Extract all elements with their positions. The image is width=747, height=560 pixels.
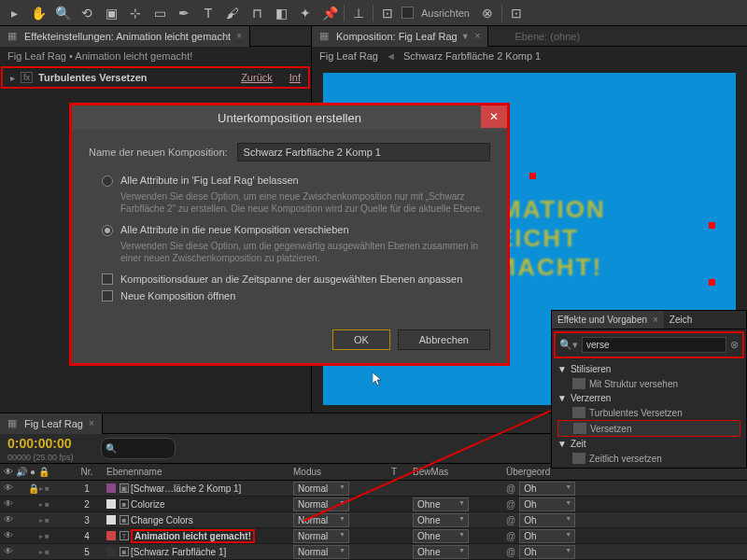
visibility-toggle[interactable]: 👁: [4, 483, 15, 494]
brush-tool-icon[interactable]: 🖌: [222, 3, 243, 23]
text-tool-icon[interactable]: T: [198, 3, 218, 23]
parent-dropdown[interactable]: Oh: [519, 497, 575, 511]
effects-item[interactable]: Versetzen: [557, 420, 740, 437]
layer-color-badge[interactable]: [106, 547, 116, 556]
rotate-tool-icon[interactable]: ⟲: [77, 3, 97, 23]
align-checkbox[interactable]: Ausrichten: [402, 7, 473, 19]
ok-button[interactable]: OK: [332, 329, 390, 350]
leave-attributes-radio[interactable]: Alle Attribute in 'Fig Leaf Rag' belasse…: [102, 175, 490, 187]
transform-handle[interactable]: [709, 279, 715, 286]
blend-mode-dropdown[interactable]: Normal: [293, 482, 349, 496]
visibility-toggle[interactable]: 👁: [4, 514, 15, 525]
fx-badge[interactable]: fx: [21, 72, 33, 83]
timecode-display[interactable]: 0:00:00:00: [0, 434, 93, 453]
effects-item[interactable]: Turbulentes Versetzen: [557, 405, 740, 420]
effects-presets-tab[interactable]: Effekte und Vorgaben ×: [552, 311, 664, 329]
layer-color-badge[interactable]: [106, 483, 116, 493]
blend-mode-dropdown[interactable]: Normal: [293, 545, 349, 559]
layer-color-badge[interactable]: [106, 515, 116, 525]
visibility-toggle[interactable]: 👁: [4, 530, 15, 541]
effect-controls-tab[interactable]: ▦ Effekteinstellungen: Animation leicht …: [0, 26, 250, 47]
camera-tool-icon[interactable]: ▣: [101, 3, 121, 23]
effects-item[interactable]: Mit Struktur versehen: [557, 376, 740, 391]
composition-name-input[interactable]: [237, 143, 490, 161]
blend-mode-dropdown[interactable]: Normal: [293, 529, 349, 543]
close-icon[interactable]: ×: [653, 315, 658, 325]
layer-name[interactable]: ▣ [Schwar…läche 2 Komp 1]: [101, 483, 288, 494]
effects-search-input[interactable]: [582, 337, 726, 353]
chevron-down-icon[interactable]: ▼: [461, 32, 470, 41]
pickwhip-icon[interactable]: @: [506, 531, 515, 541]
pickwhip-icon[interactable]: @: [506, 499, 515, 510]
open-new-comp-checkbox[interactable]: Neue Komposition öffnen: [102, 290, 490, 301]
parent-dropdown[interactable]: Oh: [519, 529, 575, 543]
layer-name[interactable]: ■ Change Colors: [101, 515, 288, 525]
layer-name[interactable]: T Animation leicht gemacht!: [101, 529, 288, 543]
info-link[interactable]: Inf: [289, 72, 301, 83]
move-attributes-radio[interactable]: Alle Attribute in die neue Komposition v…: [102, 224, 490, 236]
pickwhip-icon[interactable]: @: [506, 547, 515, 557]
hand-tool-icon[interactable]: ✋: [28, 3, 49, 23]
track-matte-dropdown[interactable]: Ohne: [413, 529, 469, 543]
breadcrumb-item[interactable]: Fig Leaf Rag: [319, 50, 378, 62]
parent-dropdown[interactable]: Oh: [519, 513, 575, 527]
transform-handle[interactable]: [709, 222, 715, 229]
snapping-tool-icon[interactable]: ⊗: [477, 3, 498, 23]
track-matte-dropdown[interactable]: Ohne: [413, 545, 469, 559]
anchor-tool-icon[interactable]: ⊹: [125, 3, 146, 23]
timeline-row[interactable]: 👁 ▸ ■ 4 T Animation leicht gemacht! Norm…: [0, 528, 747, 544]
effects-item[interactable]: Zeitlich versetzen: [557, 451, 740, 466]
close-button[interactable]: ✕: [481, 105, 507, 128]
blend-mode-dropdown[interactable]: Normal: [293, 513, 349, 527]
visibility-toggle[interactable]: 👁: [4, 498, 15, 510]
axis-tool-icon[interactable]: ⊥: [348, 3, 369, 23]
close-icon[interactable]: ×: [236, 31, 242, 41]
shape-tool-icon[interactable]: ▭: [149, 3, 170, 23]
close-icon[interactable]: ×: [89, 418, 94, 428]
layer-tab[interactable]: Ebene: (ohne): [507, 27, 587, 46]
layer-color-badge[interactable]: [106, 531, 116, 540]
search-tool-icon[interactable]: ⊡: [506, 3, 527, 23]
timeline-search-input[interactable]: [101, 438, 176, 459]
stamp-tool-icon[interactable]: ⊓: [247, 3, 267, 23]
eraser-tool-icon[interactable]: ◧: [271, 3, 291, 23]
composition-tab[interactable]: ▦ Komposition: Fig Leaf Rag ▼ ×: [312, 26, 488, 47]
col-mode-header[interactable]: Modus: [288, 467, 381, 477]
breadcrumb-item[interactable]: Schwarz Farbfläche 2 Komp 1: [403, 50, 541, 62]
selection-tool-icon[interactable]: ▸: [4, 3, 24, 23]
timeline-row[interactable]: 👁 ▸ ■ 5 ■ [Schwarz Farbfläche 1] Normal …: [0, 544, 747, 560]
col-nr-header[interactable]: Nr.: [73, 467, 101, 477]
character-tab[interactable]: Zeich: [664, 311, 698, 329]
col-name-header[interactable]: Ebenenname: [101, 467, 288, 477]
zoom-tool-icon[interactable]: 🔍: [52, 3, 73, 23]
timeline-tab[interactable]: ▦ Fig Leaf Rag ×: [0, 413, 103, 434]
parent-dropdown[interactable]: Oh: [519, 545, 575, 559]
pickwhip-icon[interactable]: @: [506, 515, 515, 525]
effects-category[interactable]: ▼ Verzerren: [557, 391, 740, 405]
effects-category[interactable]: ▼ Stilisieren: [557, 362, 740, 376]
effect-item[interactable]: ▸ fx Turbulentes Versetzen Zurück Inf: [1, 66, 310, 89]
layer-name[interactable]: ■ [Schwarz Farbfläche 1]: [101, 547, 288, 557]
pickwhip-icon[interactable]: @: [506, 483, 515, 494]
clear-search-icon[interactable]: ⊗: [730, 339, 739, 351]
timeline-row[interactable]: 👁 ▸ ■ 3 ■ Change Colors Normal Ohne @Oh: [0, 512, 747, 528]
transform-handle[interactable]: [529, 173, 536, 179]
track-matte-dropdown[interactable]: Ohne: [413, 513, 469, 527]
dialog-title-bar[interactable]: Unterkomposition erstellen ✕: [72, 105, 507, 130]
layer-color-badge[interactable]: [106, 499, 116, 509]
pen-tool-icon[interactable]: ✒: [174, 3, 194, 23]
timeline-row[interactable]: 👁 ▸ ■ 2 ■ Colorize Normal Ohne @Oh: [0, 497, 747, 512]
layer-name[interactable]: ■ Colorize: [101, 499, 288, 510]
close-icon[interactable]: ×: [475, 31, 481, 41]
cancel-button[interactable]: Abbrechen: [398, 329, 490, 350]
reset-link[interactable]: Zurück: [241, 72, 273, 83]
adjust-duration-checkbox[interactable]: Kompositionsdauer an die Zeitspanne der …: [102, 273, 490, 285]
puppet-tool-icon[interactable]: 📌: [319, 3, 340, 23]
snap-tool-icon[interactable]: ⊡: [377, 3, 398, 23]
twisty-icon[interactable]: ▸: [10, 73, 15, 83]
roto-tool-icon[interactable]: ✦: [295, 3, 316, 23]
track-matte-dropdown[interactable]: Ohne: [413, 497, 469, 511]
effects-category[interactable]: ▼ Zeit: [557, 437, 740, 451]
visibility-toggle[interactable]: 👁: [4, 546, 15, 557]
parent-dropdown[interactable]: Oh: [519, 482, 575, 496]
